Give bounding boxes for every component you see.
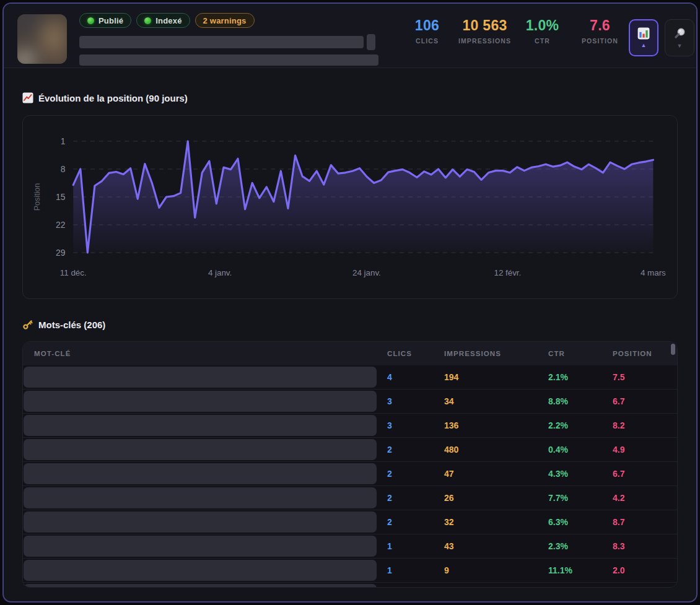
position-evolution-section: Évolution de la position (90 jours) 1815…: [4, 92, 696, 299]
ctr-value: 2.2%: [548, 420, 613, 430]
clics-total: 106: [398, 17, 456, 33]
badge-label: 2 warnings: [203, 16, 247, 25]
magnifier-icon: [673, 27, 686, 40]
table-row[interactable]: 24800.4%4.9: [23, 438, 677, 462]
svg-text:29: 29: [56, 248, 66, 258]
impressions-value: 26: [444, 493, 548, 503]
column-header-ctr[interactable]: CTR: [548, 350, 613, 357]
clics-value: 2: [387, 493, 444, 503]
ctr-total: 1.0%: [514, 17, 571, 33]
svg-text:Position: Position: [33, 183, 42, 211]
redacted-url-bar: [79, 54, 378, 66]
warnings-badge[interactable]: 2 warnings: [195, 13, 255, 28]
svg-text:22: 22: [56, 220, 66, 230]
position-line-chart: 18152229Position11 déc.4 janv.24 janv.12…: [23, 116, 677, 298]
position-value: 8.2: [613, 420, 677, 430]
column-header-impressions[interactable]: IMPRESSIONS: [444, 350, 548, 357]
view-toggle-buttons: ▲ ▼: [629, 4, 694, 56]
chart-section-title: Évolution de la position (90 jours): [22, 92, 678, 104]
keywords-section-title: Mots-clés (206): [22, 318, 678, 331]
svg-text:8: 8: [61, 164, 66, 174]
clics-value: 2: [387, 517, 444, 527]
table-row[interactable]: 1911.1%2.0: [23, 559, 677, 583]
impressions-value: 32: [444, 517, 548, 527]
svg-text:4 janv.: 4 janv.: [208, 268, 232, 277]
impressions-value: 34: [444, 396, 548, 406]
ctr-value: 2.1%: [548, 372, 613, 382]
stat: 1.0% CTR: [514, 17, 571, 45]
green-dot-icon: [144, 17, 151, 24]
svg-text:12 févr.: 12 févr.: [494, 268, 521, 277]
chart-view-button[interactable]: ▲: [629, 19, 658, 56]
table-row[interactable]: 41942.1%7.5: [23, 365, 677, 390]
stat: 7.6 POSITION: [571, 17, 629, 45]
svg-text:4 mars: 4 mars: [641, 268, 666, 277]
table-row[interactable]: 2267.7%4.2: [23, 486, 677, 510]
impressions-value: 47: [444, 469, 548, 479]
chart-up-icon: [22, 92, 33, 103]
ctr-value: 0.4%: [548, 445, 613, 455]
table-row[interactable]: 3348.8%6.7: [23, 390, 677, 414]
avatar: [17, 14, 67, 64]
position-value: 4.2: [613, 493, 677, 503]
clics-value: 3: [387, 420, 444, 430]
ctr-value: 6.3%: [548, 517, 613, 527]
keywords-section: Mots-clés (206) MOT-CLÉ CLICS IMPRESSION…: [4, 318, 696, 588]
stat: 106 CLICS: [398, 17, 456, 45]
keyword-redacted: [24, 487, 377, 508]
keyword-redacted: [24, 463, 377, 484]
svg-text:15: 15: [56, 192, 66, 202]
status-badge-published: Publié: [79, 13, 131, 28]
table-row[interactable]: 2326.3%8.7: [23, 510, 677, 534]
clics-value: 2: [387, 469, 444, 479]
keyword-redacted: [24, 511, 377, 533]
scrollbar-thumb[interactable]: [671, 344, 675, 355]
ctr-value: 7.7%: [548, 493, 613, 503]
position-value: 6.7: [613, 469, 677, 479]
header-info: Publié Indexé 2 warnings: [79, 4, 378, 66]
table-row[interactable]: 2474.3%6.7: [23, 462, 677, 486]
ctr-value: 4.3%: [548, 469, 613, 479]
clics-value: 1: [387, 565, 444, 575]
table-row[interactable]: 1432.3%8.3: [23, 534, 677, 559]
position-chart: 18152229Position11 déc.4 janv.24 janv.12…: [22, 115, 678, 299]
stat: 10 563 IMPRESSIONS: [456, 17, 514, 45]
table-row[interactable]: 1195.3%8.9: [23, 583, 677, 588]
search-view-button[interactable]: ▼: [665, 19, 694, 56]
clics-value: 4: [387, 372, 444, 382]
keyword-redacted: [24, 391, 377, 412]
svg-text:11 déc.: 11 déc.: [60, 268, 87, 277]
column-header-clics[interactable]: CLICS: [387, 350, 444, 357]
green-dot-icon: [87, 17, 94, 24]
badges-row: Publié Indexé 2 warnings: [79, 12, 378, 28]
key-icon: [22, 319, 33, 330]
keyword-redacted: [24, 415, 377, 436]
position-value: 6.7: [613, 396, 677, 406]
position-value: 7.5: [613, 372, 677, 382]
status-badge-indexed: Indexé: [136, 13, 190, 28]
badge-label: Indexé: [155, 16, 182, 25]
column-header-position[interactable]: POSITION: [613, 350, 677, 357]
header: Publié Indexé 2 warnings 106 CLICS: [4, 4, 696, 68]
keyword-redacted: [24, 367, 377, 388]
position-value: 8.7: [613, 517, 677, 527]
impressions-value: 9: [444, 565, 548, 575]
svg-text:24 janv.: 24 janv.: [352, 268, 381, 277]
table-row[interactable]: 31362.2%8.2: [23, 414, 677, 438]
table-body: 41942.1%7.53348.8%6.731362.2%8.224800.4%…: [23, 365, 677, 588]
ctr-value: 8.8%: [548, 396, 613, 406]
keyword-redacted: [24, 584, 377, 588]
column-header-keyword[interactable]: MOT-CLÉ: [23, 350, 387, 357]
clics-value: 1: [387, 541, 444, 551]
clics-value: 3: [387, 396, 444, 406]
page-container: Publié Indexé 2 warnings 106 CLICS: [2, 2, 698, 603]
position-value: 4.9: [613, 445, 677, 455]
clics-value: 2: [387, 445, 444, 455]
position-value: 8.3: [613, 541, 677, 551]
avatar-blurred-image: [17, 14, 67, 64]
collapse-arrow-icon: ▲: [641, 42, 647, 48]
redacted-favicon: [367, 34, 375, 50]
keyword-redacted: [24, 536, 377, 557]
table-header: MOT-CLÉ CLICS IMPRESSIONS CTR POSITION: [23, 342, 677, 365]
keyword-redacted: [24, 560, 377, 581]
